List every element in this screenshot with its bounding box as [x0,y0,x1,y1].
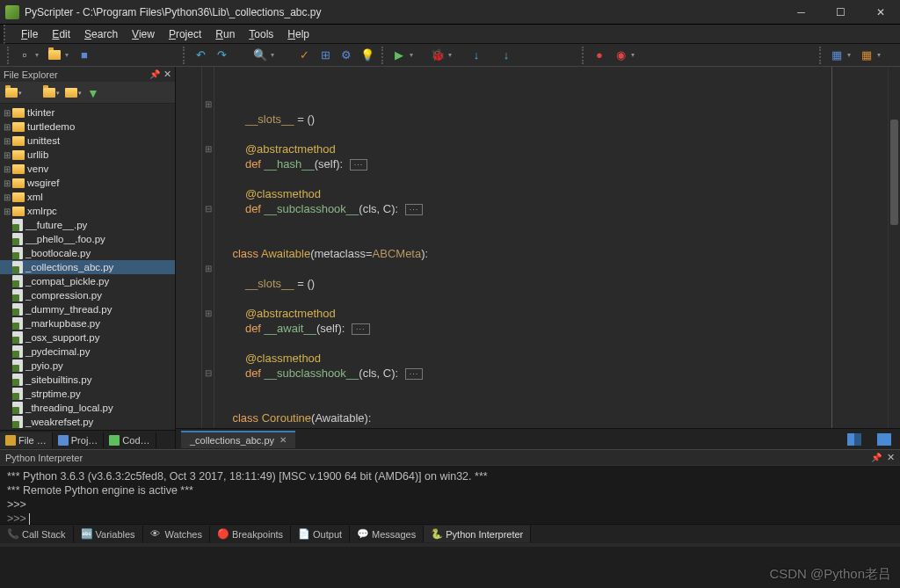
stop-icon[interactable]: ● [590,46,609,65]
debug-hint-icon[interactable]: 💡 [358,46,377,65]
interp-close-icon[interactable]: ✕ [887,452,895,463]
menu-project[interactable]: Project [162,26,208,42]
title-bar: PyScripter - C:\Program Files\Python36\L… [0,0,900,25]
tree-item[interactable]: ⊞venv [0,162,175,176]
main-toolbar: ▫▾ ▾ ■ ↶ ↷ 🔍▾ ✓ ⊞ ⚙ 💡 ▶▾ 🐞▾ ↓ ↓ ● ◉▾ ▦▾ … [0,44,900,67]
menu-search[interactable]: Search [77,26,125,42]
sidebar-tab[interactable]: Cod… [104,432,156,448]
undo-icon[interactable]: ↶ [191,46,210,65]
tree-item[interactable]: ⊞turtledemo [0,120,175,134]
tree-item[interactable]: _bootlocale.py [0,246,175,260]
bottom-tab-variables[interactable]: 🔤Variables [74,526,143,542]
python-interpreter-panel: Python Interpreter 📌 ✕ *** Python 3.6.3 … [0,449,900,524]
tree-item[interactable]: _collections_abc.py [0,260,175,274]
file-explorer-toolbar: ▾ ▾ ▾ ▼ [0,83,175,104]
tree-item[interactable]: ⊞wsgiref [0,176,175,190]
code-editor[interactable]: __slots__ = () @abstractmethod def __has… [214,67,888,428]
menu-edit[interactable]: Edit [45,26,77,42]
tree-item[interactable]: __future__.py [0,218,175,232]
bottom-tab-python-interpreter[interactable]: 🐍Python Interpreter [424,526,531,542]
menu-tools[interactable]: Tools [242,26,280,42]
interp-pin-icon[interactable]: 📌 [871,453,882,462]
save-icon[interactable]: ■ [75,46,94,65]
tree-item[interactable]: __phello__.foo.py [0,232,175,246]
status-bar [0,543,900,547]
bottom-tab-output[interactable]: 📄Output [291,526,350,542]
app-logo-icon [5,5,19,19]
view-icon[interactable]: ▦ [857,46,876,65]
syntax-check-icon[interactable]: ✓ [294,46,314,65]
interpreter-title: Python Interpreter [5,453,83,463]
folder-options-button[interactable]: ▾ [63,87,83,98]
file-explorer-title: File Explorer [4,69,58,80]
tree-item[interactable]: ⊞xmlrpc [0,204,175,218]
sidebar-tab[interactable]: File … [0,432,53,448]
tree-item[interactable]: ⊞urllib [0,148,175,162]
filter-button[interactable]: ▼ [85,85,101,101]
editor-options-icon[interactable] [877,433,891,446]
run-icon[interactable]: ▶ [389,46,409,65]
split-view-icon[interactable] [847,433,861,446]
editor-tab-label: _collections_abc.py [190,435,274,446]
find-icon[interactable]: 🔍 [250,46,270,65]
menu-bar: FileEditSearchViewProjectRunToolsHelp [4,25,900,44]
back-folder-button[interactable]: ▾ [4,87,24,98]
file-tree[interactable]: ⊞tkinter⊞turtledemo⊞unittest⊞urllib⊞venv… [0,104,175,430]
menu-view[interactable]: View [125,26,162,42]
run-config-icon[interactable]: ⚙ [337,46,356,65]
tree-item[interactable]: ⊞unittest [0,134,175,148]
tree-item[interactable]: _threading_local.py [0,401,175,415]
sidebar-tabs: File …Proj…Cod… [0,430,175,449]
sidebar-tab[interactable]: Proj… [53,432,105,448]
tab-close-icon[interactable]: ✕ [279,435,287,445]
bottom-tabs: 📞Call Stack🔤Variables👁Watches🔴Breakpoint… [0,524,900,543]
vertical-ruler [831,67,832,428]
editor-tabs: _collections_abc.py ✕ [176,428,900,449]
bottom-tab-breakpoints[interactable]: 🔴Breakpoints [210,526,291,542]
import-module-icon[interactable]: ⊞ [316,46,335,65]
fold-column[interactable]: ⊞⊞⊟⊞⊞⊟⊞⊞⊞ [202,67,214,428]
tree-item[interactable]: _compat_pickle.py [0,274,175,288]
tree-item[interactable]: _compression.py [0,288,175,302]
file-explorer-panel: File Explorer 📌 ✕ ▾ ▾ ▾ ▼ ⊞tkinter⊞turtl… [0,67,176,449]
pin-icon[interactable]: 📌 [149,69,160,79]
tree-item[interactable]: _strptime.py [0,387,175,401]
layout-icon[interactable]: ▦ [827,46,846,65]
panel-close-icon[interactable]: ✕ [163,69,171,80]
redo-icon[interactable]: ↷ [212,46,231,65]
tree-item[interactable]: _sitebuiltins.py [0,373,175,387]
watermark-text: CSDN @Python老吕 [769,566,891,583]
stop-all-icon[interactable]: ◉ [611,46,630,65]
maximize-button[interactable]: ☐ [821,0,860,25]
bottom-tab-messages[interactable]: 💬Messages [350,526,424,542]
editor-tab-active[interactable]: _collections_abc.py ✕ [181,431,295,448]
step-into-icon[interactable]: ↓ [497,46,516,65]
window-title: PyScripter - C:\Program Files\Python36\L… [25,6,781,18]
tree-item[interactable]: _pydecimal.py [0,345,175,359]
step-over-icon[interactable]: ↓ [467,46,486,65]
tree-item[interactable]: ⊞tkinter [0,105,175,120]
bottom-tab-watches[interactable]: 👁Watches [143,526,210,542]
interpreter-console[interactable]: *** Python 3.6.3 (v3.6.3:2c5fed8, Oct 3 … [0,466,900,524]
tree-item[interactable]: _dummy_thread.py [0,302,175,316]
close-button[interactable]: ✕ [860,0,900,25]
tree-item[interactable]: _weakrefset.py [0,415,175,429]
bottom-tab-call-stack[interactable]: 📞Call Stack [0,526,74,542]
menu-run[interactable]: Run [208,26,242,42]
tree-item[interactable]: _osx_support.py [0,330,175,345]
debug-icon[interactable]: 🐞 [428,46,447,65]
menu-help[interactable]: Help [280,26,316,42]
line-number-gutter [176,67,202,428]
tree-item[interactable]: _markupbase.py [0,316,175,330]
minimize-button[interactable]: ─ [781,0,821,25]
tree-item[interactable]: _pyio.py [0,359,175,373]
vertical-scrollbar[interactable] [888,67,900,428]
browse-folder-button[interactable]: ▾ [41,87,62,98]
open-file-icon[interactable] [45,46,64,65]
new-file-icon[interactable]: ▫ [15,46,34,65]
tree-item[interactable]: ⊞xml [0,190,175,204]
menu-file[interactable]: File [14,26,45,42]
